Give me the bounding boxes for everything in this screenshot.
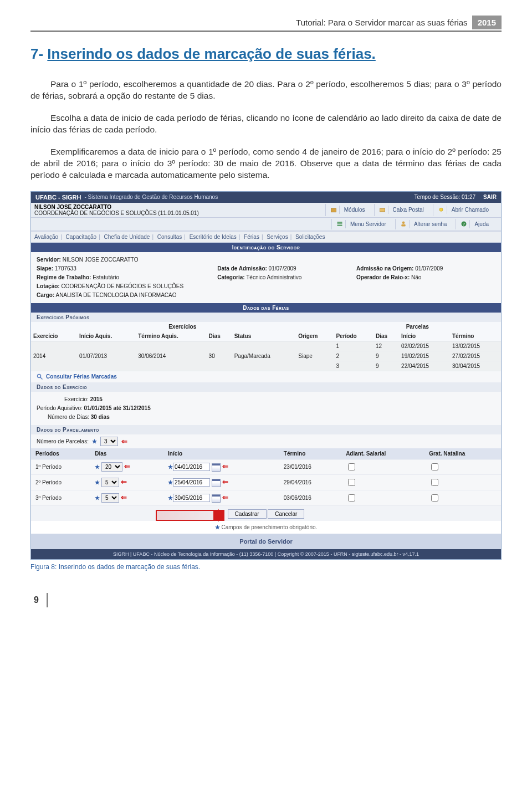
help-icon: ? [461, 221, 467, 227]
portal-label: Portal do Servidor [31, 534, 501, 549]
link-modulos[interactable]: Módulos [325, 204, 374, 216]
user-name: NILSON JOSE ZOCCARATTO [34, 204, 325, 210]
paragraph-3: Exemplificaremos a data de inicio para o… [30, 146, 502, 181]
arrow-icon: ⇐ [124, 462, 129, 470]
arrow-icon: ⇐ [222, 462, 227, 470]
page-number: 9 [30, 593, 502, 607]
menu-ferias[interactable]: Férias [244, 234, 259, 240]
required-star-icon: ★ [168, 495, 173, 501]
required-star-icon: ★ [168, 464, 173, 470]
svg-text:?: ? [463, 222, 466, 226]
adiant-checkbox[interactable] [348, 494, 355, 502]
link-caixa[interactable]: Caixa Postal [374, 204, 433, 216]
paragraph-2: Escolha a data de inicio de cada período… [30, 112, 502, 136]
search-icon [37, 374, 43, 380]
sub-parcelamento: Dados do Parcelamento [31, 425, 501, 434]
app-brand: UFABC - SIGRH [35, 194, 81, 201]
adiant-checkbox[interactable] [348, 463, 355, 470]
section-heading: 7- Inserindo os dados de marcação de sua… [30, 45, 502, 63]
arrow-icon: ⇐ [222, 478, 227, 486]
doc-header-title: Tutorial: Para o Servidor marcar as suas… [291, 16, 472, 29]
menu-bar: Avaliação| Capacitação| Chefia de Unidad… [31, 231, 501, 243]
svg-rect-5 [337, 225, 342, 226]
adiant-checkbox[interactable] [348, 479, 355, 486]
menu-escritorio[interactable]: Escritório de Ideias [190, 234, 237, 240]
link-alterar[interactable]: Alterar senha [395, 219, 456, 229]
form-actions: Cadastrar Cancelar [31, 506, 501, 521]
num-parcelas-label: Número de Parcelas: [37, 438, 89, 444]
required-star-icon: ★ [95, 479, 100, 485]
session-time: Tempo de Sessão: 01:27 [414, 194, 475, 200]
arrow-icon: ⇐ [222, 493, 227, 502]
ident-box: Servidor: NILSON JOSE ZOCCARATTO Siape: … [31, 252, 501, 303]
link-menu[interactable]: Menu Servidor [331, 219, 395, 229]
cancelar-button[interactable]: Cancelar [268, 509, 304, 519]
app-footer: SIGRH | UFABC - Núcleo de Tecnologia da … [31, 549, 501, 559]
svg-point-6 [402, 222, 405, 224]
sub-dados-exercicio: Dados do Exercício [31, 382, 501, 392]
link-ajuda[interactable]: ?Ajuda [456, 219, 498, 229]
menu-consultas[interactable]: Consultas [157, 234, 182, 240]
inicio-input[interactable] [173, 478, 210, 487]
sub-exercicios: Exercícios Próximos [31, 313, 501, 322]
user-icon [400, 221, 407, 227]
arrow-icon: ⇐ [121, 478, 126, 486]
svg-point-10 [38, 374, 41, 377]
logout-link[interactable]: SAIR [483, 194, 497, 200]
band-dados-ferias: Dados das Férias [31, 303, 501, 313]
dias-select[interactable]: 20 [101, 462, 122, 472]
dias-select[interactable]: 5 [101, 478, 119, 487]
svg-rect-3 [337, 222, 342, 223]
menu-capacitacao[interactable]: Capacitação [66, 234, 97, 240]
app-brand-sub: - Sistema Integrado de Gestão de Recurso… [85, 194, 218, 200]
required-note: Campos de preenchimento obrigatório. [221, 524, 317, 530]
menu-solicitacoes[interactable]: Solicitações [295, 234, 325, 240]
periodo-row: 2º Período★ 5 ⇐★ ⇐29/04/2016 [31, 474, 501, 490]
periodo-row: 1º Período★ 20 ⇐★ ⇐23/01/2016 [31, 459, 501, 474]
section-number: 7- [30, 45, 43, 62]
doc-header: Tutorial: Para o Servidor marcar as suas… [30, 16, 502, 32]
menu-chefia[interactable]: Chefia de Unidade [104, 234, 150, 240]
figure-caption: Figura 8: Inserindo os dados de marcação… [30, 563, 502, 571]
calendar-icon[interactable] [212, 494, 221, 503]
box-icon [330, 207, 337, 213]
consultar-link[interactable]: Consultar Férias Marcadas [31, 371, 501, 382]
svg-rect-0 [331, 208, 336, 212]
arrow-highlight-icon [156, 510, 224, 521]
menu-servicos[interactable]: Serviços [267, 234, 288, 240]
required-star-icon: ★ [215, 524, 220, 530]
cadastrar-button[interactable]: Cadastrar [228, 509, 267, 519]
app-screenshot: UFABC - SIGRH - Sistema Integrado de Ges… [30, 191, 502, 560]
inicio-input[interactable] [173, 463, 210, 471]
menu-avaliacao[interactable]: Avaliação [34, 234, 58, 240]
inicio-input[interactable] [173, 494, 210, 502]
band-identificacao: Identificação do Servidor [31, 243, 501, 252]
num-parcelas-select[interactable]: 3 [100, 437, 118, 446]
svg-point-2 [439, 208, 443, 211]
user-unit: COORDENAÇÃO DE NEGÓCIOS E SOLUÇÕES (11.0… [34, 210, 325, 216]
table-row: 2014 01/07/2013 30/06/2014 30 Paga/Marca… [31, 341, 501, 351]
paragraph-1: Para o 1º período, escolheremos a quanti… [30, 78, 502, 102]
mail-icon [379, 207, 386, 213]
calendar-icon[interactable] [212, 479, 221, 487]
required-star-icon: ★ [95, 495, 100, 501]
menu-icon [336, 221, 343, 227]
grat-checkbox[interactable] [431, 479, 438, 486]
grat-checkbox[interactable] [431, 463, 438, 470]
periodo-row: 3º Período★ 5 ⇐★ ⇐03/06/2016 [31, 490, 501, 505]
svg-rect-1 [380, 208, 385, 212]
arrow-icon: ⇐ [121, 493, 126, 502]
grat-checkbox[interactable] [431, 494, 438, 502]
doc-header-year: 2015 [472, 16, 502, 29]
arrow-icon: ⇐ [121, 437, 126, 446]
calendar-icon[interactable] [212, 463, 221, 472]
svg-line-11 [40, 377, 43, 379]
required-star-icon: ★ [92, 438, 97, 444]
required-star-icon: ★ [168, 479, 173, 485]
link-abrir[interactable]: Abrir Chamado [433, 204, 498, 216]
app-topbar: UFABC - SIGRH - Sistema Integrado de Ges… [31, 192, 501, 203]
required-star-icon: ★ [95, 464, 100, 470]
dias-select[interactable]: 5 [101, 493, 119, 503]
section-title: Inserindo os dados de marcação de suas f… [47, 45, 375, 62]
svg-rect-4 [337, 223, 342, 224]
